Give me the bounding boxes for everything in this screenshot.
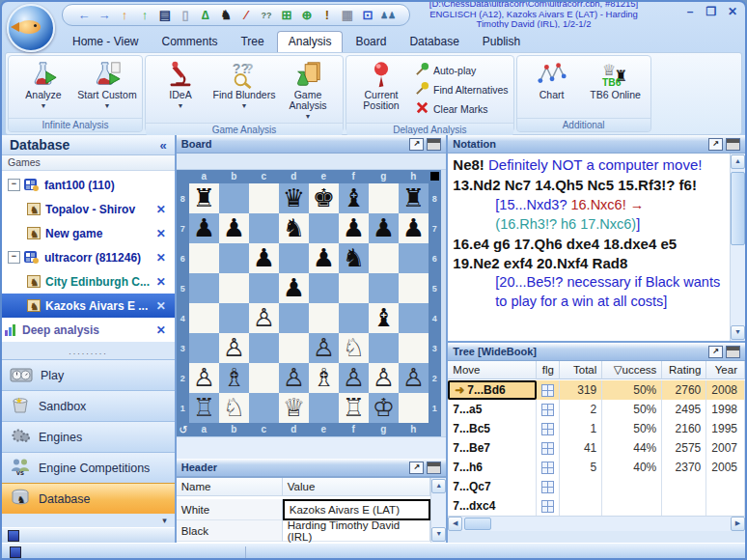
flag-cell[interactable] xyxy=(537,400,560,419)
analyze-button[interactable]: Analyze▼ xyxy=(12,58,75,110)
square-d8[interactable]: ♛ xyxy=(279,183,309,213)
collapse-sidebar-icon[interactable]: « xyxy=(160,138,167,153)
square-a1[interactable]: ♖ xyxy=(189,393,219,423)
tree-row-7-Bc5[interactable]: 7...Bc5150%21601995 xyxy=(448,419,745,438)
sidebar-item-new-game[interactable]: ♞New game✕ xyxy=(2,221,175,245)
square-e1[interactable] xyxy=(309,393,339,423)
scroll-down-icon[interactable]: ▼ xyxy=(431,527,446,542)
tree-collapse-icon[interactable] xyxy=(726,346,740,358)
save-icon[interactable]: ▤ xyxy=(157,6,173,25)
sidebar-item-deep-analysis[interactable]: Deep analysis✕ xyxy=(2,318,175,342)
flag-cell[interactable] xyxy=(537,458,560,477)
square-c7[interactable] xyxy=(249,213,279,243)
nav-engines-button[interactable]: Engines xyxy=(2,421,175,452)
scroll-up-icon[interactable]: ▲ xyxy=(431,479,446,493)
square-c6[interactable]: ♟ xyxy=(249,243,279,273)
calculator-icon[interactable]: ▦ xyxy=(340,6,355,25)
network-add-icon[interactable]: ⊕ xyxy=(299,6,315,25)
header-row-black[interactable]: BlackHarding Timothy David (IRL) xyxy=(177,520,431,542)
close-icon[interactable]: ✕ xyxy=(156,251,166,265)
nav-sandbox-button[interactable]: ★Sandbox xyxy=(2,390,175,421)
notation-popout-icon[interactable]: ↗ xyxy=(708,138,723,151)
sidebar-item-fant100-110-[interactable]: −fant100 (110) xyxy=(2,173,175,197)
square-g6[interactable] xyxy=(369,243,399,273)
nav-play-button[interactable]: Play xyxy=(2,359,175,390)
find-blunders-button[interactable]: ???Find Blunders▼ xyxy=(212,58,276,110)
tab-analysis[interactable]: Analysis xyxy=(277,31,344,52)
sidebar-item-ultracorr-811246-[interactable]: −ultracorr (811246)✕ xyxy=(2,245,175,269)
notation-collapse-icon[interactable] xyxy=(726,138,740,151)
square-b4[interactable] xyxy=(219,303,249,333)
square-g4[interactable]: ♝ xyxy=(369,303,399,333)
square-d7[interactable]: ♞ xyxy=(279,213,309,243)
clear-marks-button[interactable]: Clear Marks xyxy=(415,100,509,117)
forward-icon[interactable]: → xyxy=(97,6,112,25)
header-collapse-icon[interactable] xyxy=(427,462,441,474)
tb6-online-button[interactable]: ♕♜TB6TB6 Online xyxy=(584,58,648,101)
square-h3[interactable] xyxy=(399,333,429,363)
notation-segment[interactable]: Definitely NOT a computer move! xyxy=(484,156,703,173)
flag-cell[interactable] xyxy=(537,477,560,496)
close-icon[interactable]: ✕ xyxy=(156,227,166,240)
chevron-down-icon[interactable]: ▼ xyxy=(305,113,312,120)
new-game-icon[interactable]: ▯ xyxy=(178,6,193,25)
square-c8[interactable] xyxy=(249,183,279,213)
square-g8[interactable] xyxy=(369,183,399,213)
nav-more-chevron-icon[interactable]: ▾ xyxy=(2,514,175,527)
square-b8[interactable] xyxy=(219,183,249,213)
move-cell[interactable]: 7...h6 xyxy=(448,458,537,477)
column-flg[interactable]: flg xyxy=(537,361,560,379)
flag-cell[interactable] xyxy=(537,380,560,400)
header-popout-icon[interactable]: ↗ xyxy=(409,462,424,474)
tree-row-7-a5[interactable]: 7...a5250%24951998 xyxy=(448,400,745,419)
nav-engine-competitions-button[interactable]: vsEngine Competitions xyxy=(2,452,175,483)
square-b3[interactable]: ♙ xyxy=(219,333,249,363)
idea-button[interactable]: IDeA▼ xyxy=(149,58,212,110)
square-e6[interactable]: ♟ xyxy=(309,243,339,273)
expander-icon[interactable]: − xyxy=(8,251,20,264)
header-row-white[interactable]: WhiteKazoks Aivars E (LAT) xyxy=(177,499,431,520)
chart-button[interactable]: Chart xyxy=(520,58,584,101)
column-name[interactable]: Name xyxy=(177,478,283,496)
square-d1[interactable]: ♕ xyxy=(279,393,309,423)
square-a4[interactable] xyxy=(189,303,219,333)
square-h8[interactable]: ♜ xyxy=(399,183,429,213)
chevron-down-icon[interactable]: ▼ xyxy=(178,102,184,109)
tab-comments[interactable]: Comments xyxy=(151,32,228,52)
header-value-cell[interactable]: Harding Timothy David (IRL) xyxy=(283,520,431,542)
square-h1[interactable] xyxy=(399,393,429,423)
blunder-check-icon[interactable]: ?? xyxy=(259,6,274,25)
square-h5[interactable] xyxy=(399,273,429,303)
engine-icon[interactable]: ∆ xyxy=(198,6,213,25)
square-e8[interactable]: ♚ xyxy=(309,183,339,213)
close-icon[interactable]: ✕ xyxy=(156,275,166,289)
tree-popout-icon[interactable]: ↗ xyxy=(708,346,723,358)
square-f8[interactable]: ♝ xyxy=(339,183,369,213)
scroll-thumb[interactable] xyxy=(731,172,745,245)
annotate-icon[interactable]: ! xyxy=(319,6,335,25)
network-icon[interactable]: ⊞ xyxy=(279,6,294,25)
square-a3[interactable] xyxy=(189,333,219,363)
knight-icon[interactable]: ♞ xyxy=(218,6,234,25)
square-b5[interactable] xyxy=(219,273,249,303)
square-e5[interactable] xyxy=(309,273,339,303)
square-h7[interactable]: ♟ xyxy=(399,213,429,243)
tree-row-7-dxc4[interactable]: 7...dxc4 xyxy=(448,496,745,516)
move-cell[interactable]: 7...Bc5 xyxy=(448,419,537,438)
sidebar-item-kazoks-aivars-e-[interactable]: ♞Kazoks Aivars E ...✕ xyxy=(2,294,175,318)
square-f4[interactable] xyxy=(339,303,369,333)
game-analysis-button[interactable]: Game Analysis▼ xyxy=(276,58,340,121)
auto-play-button[interactable]: Auto-play xyxy=(415,62,509,78)
square-d3[interactable] xyxy=(279,333,309,363)
tree-row-7-Bd6[interactable]: ➜7...Bd631950%27602008 xyxy=(448,380,745,400)
scroll-thumb[interactable] xyxy=(464,518,491,530)
move-cell[interactable]: 7...Be7 xyxy=(448,438,537,458)
square-c3[interactable] xyxy=(249,333,279,363)
tab-publish[interactable]: Publish xyxy=(472,32,531,52)
square-b6[interactable] xyxy=(219,243,249,273)
square-d5[interactable]: ♟ xyxy=(279,273,309,303)
square-g7[interactable]: ♟ xyxy=(369,213,399,243)
column-value[interactable]: Value xyxy=(283,478,431,496)
square-a8[interactable]: ♜ xyxy=(189,183,219,213)
square-e2[interactable]: ♗ xyxy=(309,363,339,393)
